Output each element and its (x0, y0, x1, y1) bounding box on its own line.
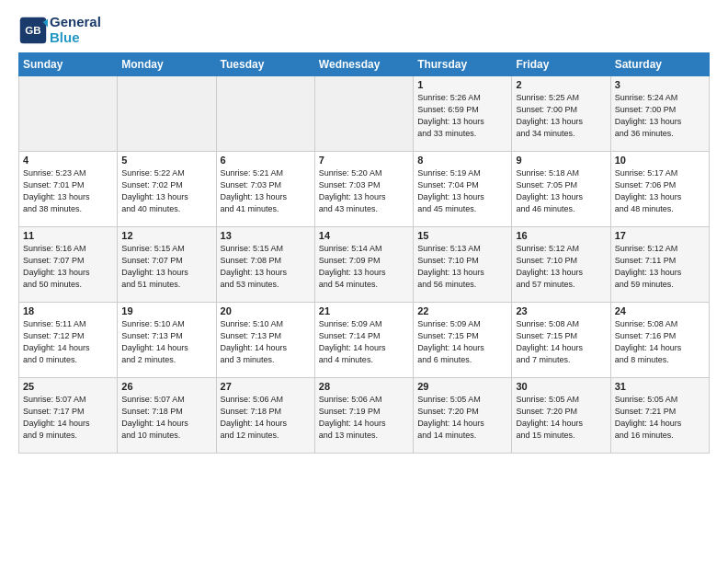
day-info: Sunrise: 5:22 AM Sunset: 7:02 PM Dayligh… (121, 167, 211, 215)
weekday-header: Saturday (610, 53, 709, 76)
calendar-cell: 24Sunrise: 5:08 AM Sunset: 7:16 PM Dayli… (610, 303, 709, 378)
day-info: Sunrise: 5:08 AM Sunset: 7:15 PM Dayligh… (516, 318, 606, 366)
day-number: 3 (615, 79, 705, 90)
day-info: Sunrise: 5:10 AM Sunset: 7:13 PM Dayligh… (121, 318, 211, 366)
calendar-header: SundayMondayTuesdayWednesdayThursdayFrid… (19, 53, 710, 76)
day-info: Sunrise: 5:24 AM Sunset: 7:00 PM Dayligh… (615, 92, 705, 140)
day-info: Sunrise: 5:15 AM Sunset: 7:07 PM Dayligh… (121, 243, 211, 291)
calendar-cell: 11Sunrise: 5:16 AM Sunset: 7:07 PM Dayli… (19, 227, 118, 303)
day-number: 7 (319, 155, 409, 166)
day-info: Sunrise: 5:15 AM Sunset: 7:08 PM Dayligh… (221, 243, 311, 291)
calendar-cell: 31Sunrise: 5:05 AM Sunset: 7:21 PM Dayli… (610, 378, 709, 454)
day-info: Sunrise: 5:12 AM Sunset: 7:10 PM Dayligh… (516, 243, 606, 291)
day-number: 17 (615, 230, 705, 241)
day-info: Sunrise: 5:08 AM Sunset: 7:16 PM Dayligh… (615, 318, 705, 366)
calendar-week-row: 1Sunrise: 5:26 AM Sunset: 6:59 PM Daylig… (19, 76, 710, 152)
calendar-cell: 21Sunrise: 5:09 AM Sunset: 7:14 PM Dayli… (314, 303, 413, 378)
day-info: Sunrise: 5:20 AM Sunset: 7:03 PM Dayligh… (319, 167, 409, 215)
svg-text:GB: GB (25, 24, 40, 35)
calendar-cell: 29Sunrise: 5:05 AM Sunset: 7:20 PM Dayli… (414, 378, 512, 454)
day-number: 1 (417, 79, 507, 90)
day-info: Sunrise: 5:21 AM Sunset: 7:03 PM Dayligh… (221, 167, 311, 215)
day-info: Sunrise: 5:11 AM Sunset: 7:12 PM Dayligh… (23, 318, 113, 366)
weekday-header: Thursday (414, 53, 512, 76)
day-number: 16 (516, 230, 606, 241)
calendar-cell: 25Sunrise: 5:07 AM Sunset: 7:17 PM Dayli… (19, 378, 118, 454)
weekday-header: Sunday (19, 53, 118, 76)
day-number: 27 (221, 381, 311, 392)
day-number: 10 (615, 155, 705, 166)
calendar-cell: 12Sunrise: 5:15 AM Sunset: 7:07 PM Dayli… (118, 227, 216, 303)
day-info: Sunrise: 5:19 AM Sunset: 7:04 PM Dayligh… (417, 167, 507, 215)
page: GB GeneralBlue SundayMondayTuesdayWednes… (0, 0, 728, 463)
calendar-cell: 10Sunrise: 5:17 AM Sunset: 7:06 PM Dayli… (610, 152, 709, 227)
calendar-cell: 30Sunrise: 5:05 AM Sunset: 7:20 PM Dayli… (512, 378, 610, 454)
day-number: 15 (417, 230, 507, 241)
day-number: 22 (417, 305, 507, 316)
day-number: 26 (121, 381, 211, 392)
day-number: 6 (221, 155, 311, 166)
calendar-cell: 15Sunrise: 5:13 AM Sunset: 7:10 PM Dayli… (414, 227, 512, 303)
day-number: 9 (516, 155, 606, 166)
calendar-cell (19, 76, 118, 152)
day-info: Sunrise: 5:17 AM Sunset: 7:06 PM Dayligh… (615, 167, 705, 215)
calendar-cell: 18Sunrise: 5:11 AM Sunset: 7:12 PM Dayli… (19, 303, 118, 378)
day-info: Sunrise: 5:26 AM Sunset: 6:59 PM Dayligh… (417, 92, 507, 140)
day-number: 28 (319, 381, 409, 392)
calendar-cell: 28Sunrise: 5:06 AM Sunset: 7:19 PM Dayli… (314, 378, 413, 454)
day-number: 29 (417, 381, 507, 392)
day-number: 18 (23, 305, 113, 316)
calendar-cell: 17Sunrise: 5:12 AM Sunset: 7:11 PM Dayli… (610, 227, 709, 303)
calendar-cell: 20Sunrise: 5:10 AM Sunset: 7:13 PM Dayli… (216, 303, 314, 378)
day-number: 25 (23, 381, 113, 392)
calendar-cell: 3Sunrise: 5:24 AM Sunset: 7:00 PM Daylig… (610, 76, 709, 152)
day-number: 20 (221, 305, 311, 316)
calendar-body: 1Sunrise: 5:26 AM Sunset: 6:59 PM Daylig… (19, 76, 710, 454)
weekday-header: Wednesday (314, 53, 413, 76)
day-info: Sunrise: 5:09 AM Sunset: 7:14 PM Dayligh… (319, 318, 409, 366)
day-number: 2 (516, 79, 606, 90)
calendar-cell (118, 76, 216, 152)
weekday-header: Monday (118, 53, 216, 76)
logo-icon: GB (18, 16, 48, 45)
day-number: 14 (319, 230, 409, 241)
day-number: 4 (23, 155, 113, 166)
day-number: 12 (121, 230, 211, 241)
calendar-week-row: 11Sunrise: 5:16 AM Sunset: 7:07 PM Dayli… (19, 227, 710, 303)
calendar-cell: 13Sunrise: 5:15 AM Sunset: 7:08 PM Dayli… (216, 227, 314, 303)
header: GB GeneralBlue (18, 15, 710, 45)
day-number: 8 (417, 155, 507, 166)
calendar-cell: 22Sunrise: 5:09 AM Sunset: 7:15 PM Dayli… (414, 303, 512, 378)
day-number: 21 (319, 305, 409, 316)
day-info: Sunrise: 5:25 AM Sunset: 7:00 PM Dayligh… (516, 92, 606, 140)
logo: GB GeneralBlue (18, 15, 101, 45)
day-info: Sunrise: 5:14 AM Sunset: 7:09 PM Dayligh… (319, 243, 409, 291)
day-number: 30 (516, 381, 606, 392)
calendar-cell: 6Sunrise: 5:21 AM Sunset: 7:03 PM Daylig… (216, 152, 314, 227)
day-info: Sunrise: 5:18 AM Sunset: 7:05 PM Dayligh… (516, 167, 606, 215)
weekday-header: Tuesday (216, 53, 314, 76)
calendar-week-row: 18Sunrise: 5:11 AM Sunset: 7:12 PM Dayli… (19, 303, 710, 378)
calendar-cell (314, 76, 413, 152)
calendar-cell: 2Sunrise: 5:25 AM Sunset: 7:00 PM Daylig… (512, 76, 610, 152)
weekday-header: Friday (512, 53, 610, 76)
day-number: 23 (516, 305, 606, 316)
day-info: Sunrise: 5:05 AM Sunset: 7:20 PM Dayligh… (516, 394, 606, 442)
day-number: 13 (221, 230, 311, 241)
day-info: Sunrise: 5:05 AM Sunset: 7:20 PM Dayligh… (417, 394, 507, 442)
day-info: Sunrise: 5:06 AM Sunset: 7:19 PM Dayligh… (319, 394, 409, 442)
calendar-week-row: 25Sunrise: 5:07 AM Sunset: 7:17 PM Dayli… (19, 378, 710, 454)
calendar-cell (216, 76, 314, 152)
calendar-table: SundayMondayTuesdayWednesdayThursdayFrid… (18, 52, 710, 454)
calendar-cell: 26Sunrise: 5:07 AM Sunset: 7:18 PM Dayli… (118, 378, 216, 454)
day-info: Sunrise: 5:12 AM Sunset: 7:11 PM Dayligh… (615, 243, 705, 291)
day-number: 24 (615, 305, 705, 316)
calendar-cell: 27Sunrise: 5:06 AM Sunset: 7:18 PM Dayli… (216, 378, 314, 454)
logo-name: GeneralBlue (50, 15, 101, 45)
day-info: Sunrise: 5:07 AM Sunset: 7:18 PM Dayligh… (121, 394, 211, 442)
day-info: Sunrise: 5:07 AM Sunset: 7:17 PM Dayligh… (23, 394, 113, 442)
calendar-cell: 23Sunrise: 5:08 AM Sunset: 7:15 PM Dayli… (512, 303, 610, 378)
day-info: Sunrise: 5:13 AM Sunset: 7:10 PM Dayligh… (417, 243, 507, 291)
day-info: Sunrise: 5:05 AM Sunset: 7:21 PM Dayligh… (615, 394, 705, 442)
day-info: Sunrise: 5:10 AM Sunset: 7:13 PM Dayligh… (221, 318, 311, 366)
